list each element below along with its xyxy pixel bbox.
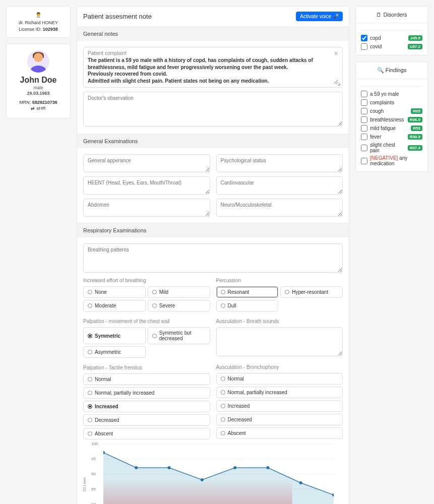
finding-item[interactable]: [NEGATIVE] any medication <box>361 154 422 167</box>
effort-none[interactable]: None <box>83 286 146 298</box>
ausc-bronch-label: Ausculation - Bronchophony <box>216 364 343 370</box>
doctor-card: 👨‍⚕️ dr. Richard HONEY License ID: 10293… <box>6 6 71 38</box>
finding-item[interactable]: slight chest painR07.4 <box>361 141 422 154</box>
disorder-item[interactable]: copdJ45.9 <box>361 34 422 42</box>
bronch-increased[interactable]: Increased <box>216 400 343 412</box>
patient-card: John Doe male 29.03.1963 MRN: 5829210736… <box>6 44 71 118</box>
finding-checkbox[interactable] <box>361 99 367 106</box>
svg-point-6 <box>266 466 269 469</box>
palp-symmetric[interactable]: Symmetric <box>83 327 146 344</box>
finding-item[interactable]: a 59 yo male <box>361 90 422 98</box>
disorder-item[interactable]: covidU07.2 <box>361 42 422 51</box>
patient-dob: 29.03.1963 <box>11 91 66 96</box>
section-general-exams: General Examinations <box>77 134 349 148</box>
finding-item[interactable]: mild fatigueR53 <box>361 124 422 133</box>
finding-checkbox[interactable] <box>361 158 367 164</box>
svg-point-2 <box>135 466 138 469</box>
ausc-breath-input[interactable] <box>216 327 343 356</box>
search-icon: 🔍 <box>377 67 384 73</box>
findings-title: 🔍 Findings <box>356 62 427 79</box>
palpation-move-label: Palpation - movement of the chest wall <box>83 319 210 324</box>
activate-voice-button[interactable]: Activate voice 🎤 <box>296 12 343 21</box>
bronch-normal-inc[interactable]: Normal, partially increased <box>216 387 343 398</box>
svg-point-7 <box>299 481 302 484</box>
effort-label: Increased effort of breathing <box>83 278 210 283</box>
heent-input[interactable] <box>83 176 210 195</box>
svg-point-3 <box>168 466 171 469</box>
finding-item[interactable]: complaints <box>361 98 422 107</box>
patient-complaint-box[interactable]: Patient complaint The patient is a 59 yo… <box>83 47 343 88</box>
tact-increased[interactable]: Increased <box>83 401 210 412</box>
finding-checkbox[interactable] <box>361 116 367 123</box>
tact-abscent[interactable]: Abscent <box>83 428 210 439</box>
perc-dull[interactable]: Dull <box>216 300 279 311</box>
close-icon[interactable]: ✕ <box>334 50 338 57</box>
psychological-status-input[interactable] <box>216 154 343 172</box>
cardiovascular-input[interactable] <box>216 176 343 195</box>
disorders-panel: 🗒 Disorders copdJ45.9covidU07.2 <box>355 6 428 55</box>
doctors-observation-input[interactable] <box>83 92 343 127</box>
finding-checkbox[interactable] <box>361 145 367 151</box>
patient-gender: male <box>11 85 66 90</box>
patient-mrn: MRN: 5829210736 <box>11 100 66 105</box>
findings-panel: 🔍 Findings a 59 yo malecomplaintscoughR0… <box>355 61 428 172</box>
spo2-chart: O2 Level 707580859095100 AugSepOctNovDec… <box>83 439 343 504</box>
abdomen-input[interactable] <box>83 199 210 217</box>
finding-checkbox[interactable] <box>361 134 367 140</box>
palpation-tactile-label: Palpation - Tactile fremitus <box>83 365 210 370</box>
general-appearance-input[interactable] <box>83 154 210 172</box>
doctor-icon: 👨‍⚕️ <box>10 12 67 19</box>
percussion-label: Percussion <box>216 278 343 283</box>
patient-name: John Doe <box>11 76 66 85</box>
finding-item[interactable]: coughR05 <box>361 107 422 115</box>
perc-resonant[interactable]: Resonant <box>216 286 279 298</box>
assessment-note-card: Patient assesment note Activate voice 🎤 … <box>77 6 349 504</box>
section-general-notes: General notes <box>77 27 349 41</box>
page-title: Patient assesment note <box>83 13 152 20</box>
bronch-abscent[interactable]: Abscent <box>216 427 343 439</box>
disorders-title: 🗒 Disorders <box>356 7 427 23</box>
finding-checkbox[interactable] <box>361 91 367 97</box>
microphone-icon: 🎤 <box>333 14 339 19</box>
tact-normal-inc[interactable]: Normal, partially increased <box>83 387 210 399</box>
svg-point-5 <box>233 466 236 469</box>
finding-checkbox[interactable] <box>361 108 367 114</box>
svg-point-4 <box>201 478 204 481</box>
doctor-license: License ID: 102938 <box>10 26 67 33</box>
doctor-name: dr. Richard HONEY <box>10 20 67 26</box>
tact-decreased[interactable]: Decreased <box>83 414 210 426</box>
finding-item[interactable]: feverR50.9 <box>361 133 422 141</box>
effort-severe[interactable]: Severe <box>148 300 210 311</box>
effort-mild[interactable]: Mild <box>148 286 210 298</box>
finding-item[interactable]: breathlessnessR06.0 <box>361 115 422 124</box>
share-icon: ⇄ <box>31 106 35 111</box>
disorder-checkbox[interactable] <box>361 43 367 50</box>
effort-moderate[interactable]: Moderate <box>83 300 146 311</box>
patient-complaint-text: The patient is a 59 yo male with a histo… <box>88 57 338 84</box>
palp-sym-decreased[interactable]: Symmetric but decreased <box>148 327 210 344</box>
clipboard-icon: 🗒 <box>376 12 382 18</box>
ausc-breath-label: Ausculation - Breath sounds <box>216 319 343 324</box>
patient-ehr-link[interactable]: ⇄ eHR <box>31 106 45 111</box>
breathing-patterns-input[interactable] <box>83 243 343 273</box>
palp-asymmetric[interactable]: Asymmetric <box>83 346 146 358</box>
disorder-checkbox[interactable] <box>361 35 367 41</box>
avatar <box>27 50 49 73</box>
perc-hyper[interactable]: Hyper-resontant <box>280 286 343 298</box>
tact-normal[interactable]: Normal <box>83 373 210 385</box>
section-respiratory: Respiratory Examinations <box>77 223 349 237</box>
finding-checkbox[interactable] <box>361 125 367 132</box>
neuro-input[interactable] <box>216 199 343 217</box>
bronch-normal[interactable]: Normal <box>216 373 343 385</box>
bronch-decreased[interactable]: Decreased <box>216 414 343 425</box>
